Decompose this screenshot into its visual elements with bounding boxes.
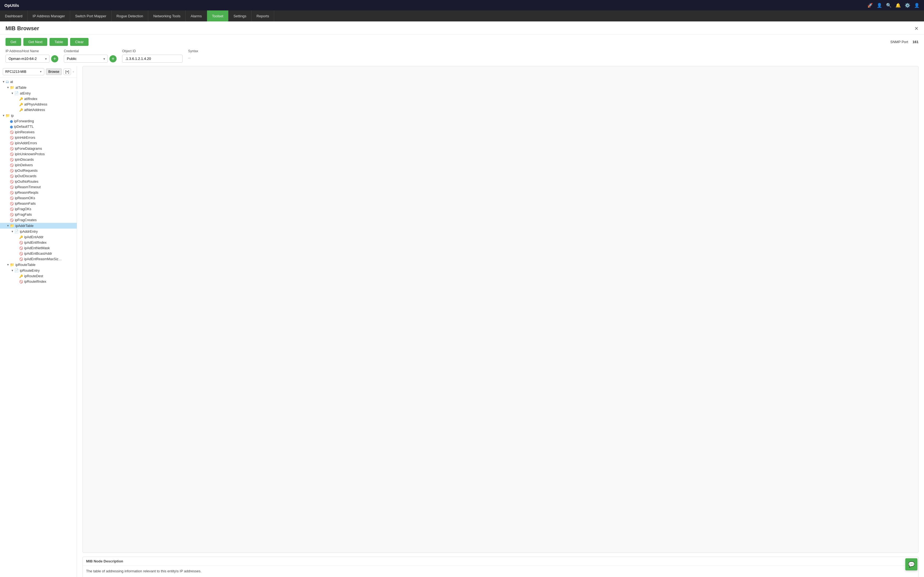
atTable-label: atTable bbox=[15, 86, 26, 90]
gear-icon[interactable]: ⚙️ bbox=[905, 3, 910, 8]
toolbar: Get Get Next Table Clear SNMP Port 161 bbox=[0, 35, 924, 49]
tree-node-atIfIndex[interactable]: 🔑 atIfIndex bbox=[0, 96, 77, 102]
tree-node-ip[interactable]: ▼ 📁 ip bbox=[0, 113, 77, 118]
tree-node-ipRouteIfIndex[interactable]: 🚫 ipRouteIfIndex bbox=[0, 279, 77, 284]
tree-node-ipOutRequests[interactable]: 🚫 ipOutRequests bbox=[0, 168, 77, 173]
tree-node-atPhysAddress[interactable]: 🔑 atPhysAddress bbox=[0, 102, 77, 107]
tree-node-ipAdEntNetMask[interactable]: 🚫 ipAdEntNetMask bbox=[0, 245, 77, 251]
ip-expand-icon: ▼ bbox=[2, 114, 5, 117]
page-title: MIB Browser bbox=[5, 25, 39, 32]
rocket-icon[interactable]: 🚀 bbox=[867, 3, 873, 8]
ip-add-button[interactable]: + bbox=[51, 55, 58, 62]
tree-node-ipInDiscards[interactable]: 🚫 ipInDiscards bbox=[0, 157, 77, 163]
syntax-label: Syntax bbox=[188, 49, 198, 53]
nav-networking-tools[interactable]: Networking Tools bbox=[148, 10, 186, 21]
tree-node-ipFragOKs[interactable]: 🚫 ipFragOKs bbox=[0, 206, 77, 212]
nav-toolset[interactable]: Toolset bbox=[207, 10, 229, 21]
ipRouteTable-label: ipRouteTable bbox=[15, 263, 36, 267]
nav-ip-address-manager[interactable]: IP Address Manager bbox=[28, 10, 70, 21]
mib-select[interactable]: RFC1213-MIB bbox=[3, 68, 44, 75]
ipOutRequests-icon: 🚫 bbox=[10, 169, 14, 172]
tree-node-ipAdEntAddr[interactable]: 🔑 ipAdEntAddr bbox=[0, 234, 77, 240]
ipAdEntNetMask-label: ipAdEntNetMask bbox=[24, 246, 50, 250]
tree-add-button[interactable]: [+] bbox=[63, 68, 71, 75]
tree-node-ipDefaultTTL[interactable]: ⬤ ipDefaultTTL bbox=[0, 124, 77, 129]
atIfIndex-key-icon: 🔑 bbox=[19, 97, 23, 101]
chat-fab-button[interactable]: 💬 bbox=[905, 558, 918, 571]
ipRouteIfIndex-label: ipRouteIfIndex bbox=[24, 280, 47, 284]
ipRouteTable-expand-icon: ▼ bbox=[6, 263, 10, 266]
snmp-port-value: 161 bbox=[913, 40, 919, 44]
clear-button[interactable]: Clear bbox=[70, 38, 89, 46]
browse-button[interactable]: Browse bbox=[46, 68, 62, 75]
tree-node-ipReasmReqds[interactable]: 🚫 ipReasmReqds bbox=[0, 190, 77, 195]
nav-rogue-detection[interactable]: Rogue Detection bbox=[111, 10, 149, 21]
tree-node-ipInAddrErrors[interactable]: 🚫 ipInAddrErrors bbox=[0, 140, 77, 146]
search-icon[interactable]: 🔍 bbox=[886, 3, 892, 8]
at-expand-icon: ▼ bbox=[2, 80, 5, 83]
tree-minus-button[interactable]: - bbox=[73, 69, 74, 74]
nav-reports[interactable]: Reports bbox=[252, 10, 275, 21]
ipReasmReqds-label: ipReasmReqds bbox=[15, 191, 38, 195]
ipFragCreates-icon: 🚫 bbox=[10, 218, 14, 222]
tree-node-ipOutDiscards[interactable]: 🚫 ipOutDiscards bbox=[0, 173, 77, 179]
tree-node-ipRouteEntry[interactable]: ▼ 📄 ipRouteEntry bbox=[0, 268, 77, 273]
user-icon[interactable]: 👤 bbox=[877, 3, 882, 8]
tree-node-ipReasmOKs[interactable]: 🚫 ipReasmOKs bbox=[0, 195, 77, 201]
mib-tree: ▼ 🗂 at ▼ 📁 atTable ▼ 📄 atEntry bbox=[0, 78, 77, 285]
atTable-folder-icon: 📁 bbox=[10, 85, 14, 90]
tree-node-ipAdEntIfIndex[interactable]: 🚫 ipAdEntIfIndex bbox=[0, 240, 77, 245]
bell-icon[interactable]: 🔔 bbox=[895, 3, 901, 8]
tree-node-ipForwDatagrams[interactable]: 🚫 ipForwDatagrams bbox=[0, 146, 77, 152]
tree-node-ipInReceives[interactable]: 🚫 ipInReceives bbox=[0, 129, 77, 135]
ipDefaultTTL-label: ipDefaultTTL bbox=[14, 125, 34, 129]
tree-node-ipRouteTable[interactable]: ▼ 📁 ipRouteTable bbox=[0, 262, 77, 268]
ipFragFails-label: ipFragFails bbox=[15, 213, 32, 216]
credential-add-button[interactable]: + bbox=[110, 55, 116, 62]
ipOutNoRoutes-label: ipOutNoRoutes bbox=[15, 180, 38, 184]
nav-alarms[interactable]: Alarms bbox=[186, 10, 207, 21]
ipForwDatagrams-icon: 🚫 bbox=[10, 147, 14, 151]
tree-node-at[interactable]: ▼ 🗂 at bbox=[0, 79, 77, 85]
nav-switch-port-mapper[interactable]: Switch Port Mapper bbox=[70, 10, 111, 21]
close-button[interactable]: ✕ bbox=[914, 26, 919, 32]
tree-node-ipFragCreates[interactable]: 🚫 ipFragCreates bbox=[0, 218, 77, 223]
nav-settings[interactable]: Settings bbox=[229, 10, 252, 21]
credential-select[interactable]: Public bbox=[64, 55, 108, 63]
ipFragCreates-label: ipFragCreates bbox=[15, 218, 37, 222]
ipReasmReqds-icon: 🚫 bbox=[10, 191, 14, 195]
object-id-form-group: Object ID bbox=[122, 49, 183, 63]
tree-node-atEntry[interactable]: ▼ 📄 atEntry bbox=[0, 90, 77, 96]
tree-node-ipAdEntReasmMaxSize[interactable]: 🚫 ipAdEntReasmMaxSiz… bbox=[0, 256, 77, 262]
avatar-icon[interactable]: 👤 bbox=[914, 3, 919, 8]
tree-node-ipAdEntBcastAddr[interactable]: 🚫 ipAdEntBcastAddr bbox=[0, 251, 77, 256]
tree-node-ipAddrTable[interactable]: ▼ 📁 ipAddrTable bbox=[0, 223, 77, 229]
get-next-button[interactable]: Get Next bbox=[23, 38, 47, 46]
tree-node-ipFragFails[interactable]: 🚫 ipFragFails bbox=[0, 212, 77, 218]
ip-select[interactable]: Opman-m10-64-2 bbox=[5, 55, 50, 63]
tree-node-ipInHdrErrors[interactable]: 🚫 ipInHdrErrors bbox=[0, 135, 77, 140]
tree-node-ipReasmFails[interactable]: 🚫 ipReasmFails bbox=[0, 201, 77, 206]
ipInHdrErrors-label: ipInHdrErrors bbox=[15, 136, 35, 140]
object-id-input[interactable] bbox=[122, 55, 183, 63]
ipAddrEntry-expand-icon: ▼ bbox=[10, 230, 14, 233]
tree-node-ipReasmTimeout[interactable]: 🚫 ipReasmTimeout bbox=[0, 184, 77, 190]
tree-node-atTable[interactable]: ▼ 📁 atTable bbox=[0, 85, 77, 90]
form-row: IP Address/Host Name Opman-m10-64-2 ▼ + … bbox=[0, 49, 924, 66]
tree-node-ipInDelivers[interactable]: 🚫 ipInDelivers bbox=[0, 163, 77, 168]
nav-dashboard[interactable]: Dashboard bbox=[0, 10, 28, 21]
ip-select-wrapper: Opman-m10-64-2 ▼ bbox=[5, 55, 50, 63]
tree-node-ipAddrEntry[interactable]: ▼ 📄 ipAddrEntry bbox=[0, 229, 77, 234]
tree-node-ipForwarding[interactable]: ⬤ ipForwarding bbox=[0, 118, 77, 124]
tree-node-ipOutNoRoutes[interactable]: 🚫 ipOutNoRoutes bbox=[0, 179, 77, 184]
atTable-expand-icon: ▼ bbox=[6, 86, 10, 89]
get-button[interactable]: Get bbox=[5, 38, 21, 46]
tree-node-atNetAddress[interactable]: 🔑 atNetAddress bbox=[0, 107, 77, 113]
ipInUnknownProtos-icon: 🚫 bbox=[10, 153, 14, 156]
ipOutRequests-label: ipOutRequests bbox=[15, 169, 38, 172]
tree-node-ipInUnknownProtos[interactable]: 🚫 ipInUnknownProtos bbox=[0, 152, 77, 157]
tree-node-ipRouteDest[interactable]: 🔑 ipRouteDest bbox=[0, 273, 77, 279]
table-button[interactable]: Table bbox=[50, 38, 68, 46]
atPhysAddress-key-icon: 🔑 bbox=[19, 103, 23, 106]
credential-input-group: Public ▼ + bbox=[64, 55, 116, 63]
